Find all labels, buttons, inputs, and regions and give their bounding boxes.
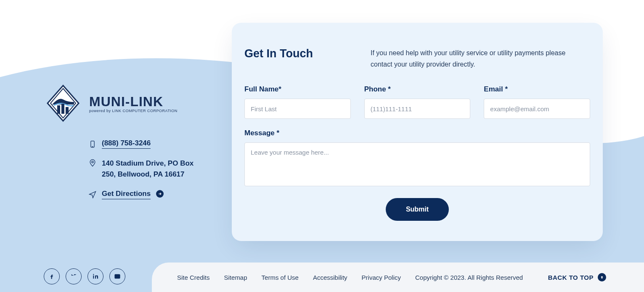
location-icon (88, 159, 97, 167)
twitter-icon[interactable] (66, 268, 82, 284)
email-input[interactable] (484, 99, 590, 119)
phone-icon (88, 140, 97, 148)
svg-rect-4 (66, 107, 69, 114)
get-directions-link[interactable]: Get Directions (102, 190, 151, 199)
arrow-right-icon (156, 190, 164, 198)
footer-link-terms[interactable]: Terms of Use (262, 274, 299, 281)
facebook-icon[interactable] (44, 268, 60, 284)
back-to-top-button[interactable]: BACK TO TOP (548, 273, 606, 281)
svg-rect-2 (57, 105, 60, 114)
footer-link-site-credits[interactable]: Site Credits (177, 274, 210, 281)
phone-input[interactable] (364, 99, 471, 119)
linkedin-icon[interactable] (87, 268, 103, 284)
footer-bar: Site Credits Sitemap Terms of Use Access… (152, 263, 644, 292)
mail-icon[interactable] (109, 268, 125, 284)
footer-link-privacy[interactable]: Privacy Policy (362, 274, 401, 281)
svg-rect-3 (61, 104, 64, 114)
brand-tagline: powered by LINK COMPUTER CORPORATION (89, 109, 178, 113)
email-label: Email * (484, 85, 590, 94)
brand-logo-block: MUNI-LINK powered by LINK COMPUTER CORPO… (46, 84, 206, 122)
svg-point-7 (92, 161, 93, 163)
form-note: If you need help with your utility servi… (371, 47, 577, 70)
message-label: Message * (244, 129, 590, 137)
full-name-label: Full Name* (244, 85, 351, 94)
phone-label: Phone * (364, 85, 471, 94)
message-textarea[interactable] (244, 142, 590, 186)
phone-link[interactable]: (888) 758-3246 (102, 139, 151, 149)
back-to-top-label: BACK TO TOP (548, 274, 594, 281)
contact-form-card: Get In Touch If you need help with your … (232, 23, 603, 241)
address-text: 140 Stadium Drive, PO Box 250, Bellwood,… (102, 158, 194, 180)
copyright-text: Copyright © 2023. All Rights Reserved (415, 274, 523, 281)
full-name-input[interactable] (244, 99, 351, 119)
navigation-icon (88, 190, 97, 199)
arrow-up-icon (598, 273, 606, 281)
brand-name: MUNI-LINK (89, 94, 178, 110)
submit-button[interactable]: Submit (386, 198, 449, 221)
social-links (44, 268, 125, 284)
brand-logo-icon (46, 84, 80, 122)
footer-link-sitemap[interactable]: Sitemap (224, 274, 247, 281)
footer-link-accessibility[interactable]: Accessibility (313, 274, 347, 281)
form-title: Get In Touch (244, 47, 362, 60)
